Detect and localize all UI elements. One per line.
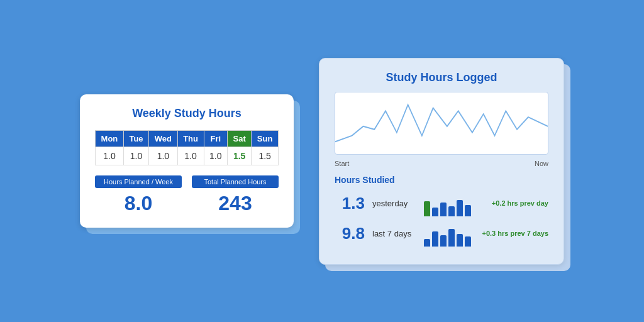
days-header-row: MonTueWedThuFriSatSun xyxy=(96,131,279,147)
day-hours-thu: 1.0 xyxy=(177,147,204,165)
stat-value-weekly: 8.0 xyxy=(95,192,182,215)
bar-chart-mini-0 xyxy=(424,191,484,216)
left-card-title: Weekly Study Hours xyxy=(95,107,279,120)
hours-row-0: 1.3yesterday+0.2 hrs prev day xyxy=(335,191,548,216)
stat-value-total: 243 xyxy=(192,192,279,215)
stat-label-total: Total Planned Hours xyxy=(192,175,279,188)
line-chart-svg xyxy=(335,92,548,154)
day-hours-tue: 1.0 xyxy=(123,147,148,165)
bar-0-2 xyxy=(440,203,447,216)
bar-chart-mini-1 xyxy=(424,221,475,247)
bar-1-0 xyxy=(424,239,430,247)
right-card-title: Study Hours Logged xyxy=(335,71,548,84)
change-label-0: +0.2 hrs prev day xyxy=(492,198,548,209)
hours-data-row: 1.01.01.01.01.01.51.5 xyxy=(96,147,279,165)
right-card: Study Hours Logged Start Now Hours Studi… xyxy=(319,58,564,265)
bar-1-1 xyxy=(432,231,438,247)
day-header-thu: Thu xyxy=(177,131,204,147)
chart-label-end: Now xyxy=(535,160,548,167)
hours-number-0: 1.3 xyxy=(335,194,365,213)
stat-box-total: Total Planned Hours 243 xyxy=(192,175,279,215)
bar-0-5 xyxy=(465,205,471,216)
stat-label-weekly: Hours Planned / Week xyxy=(95,175,182,188)
bar-1-4 xyxy=(457,234,463,247)
chart-label-start: Start xyxy=(335,160,349,167)
hours-period-1: last 7 days xyxy=(372,229,416,238)
line-chart-area xyxy=(335,92,548,155)
day-hours-sat: 1.5 xyxy=(228,147,252,165)
hours-row-1: 9.8last 7 days+0.3 hrs prev 7 days xyxy=(335,221,548,247)
day-hours-wed: 1.0 xyxy=(149,147,177,165)
stats-row: Hours Planned / Week 8.0 Total Planned H… xyxy=(95,175,279,215)
cards-container: Weekly Study Hours MonTueWedThuFriSatSun… xyxy=(67,45,577,277)
day-header-tue: Tue xyxy=(123,131,148,147)
chart-labels: Start Now xyxy=(335,160,548,167)
day-hours-sun: 1.5 xyxy=(252,147,279,165)
day-hours-mon: 1.0 xyxy=(96,147,124,165)
left-card: Weekly Study Hours MonTueWedThuFriSatSun… xyxy=(80,94,294,228)
hours-studied-label: Hours Studied xyxy=(335,175,548,185)
day-header-mon: Mon xyxy=(96,131,124,147)
day-header-fri: Fri xyxy=(204,131,227,147)
bar-1-3 xyxy=(448,229,455,247)
bar-0-4 xyxy=(457,200,463,216)
change-label-1: +0.3 hrs prev 7 days xyxy=(482,228,548,240)
bar-1-2 xyxy=(440,235,447,247)
day-hours-fri: 1.0 xyxy=(204,147,227,165)
bar-0-3 xyxy=(448,206,455,216)
right-card-wrapper: Study Hours Logged Start Now Hours Studi… xyxy=(319,58,564,265)
bar-0-1 xyxy=(432,208,438,216)
hours-number-1: 9.8 xyxy=(335,224,365,243)
weekly-table: MonTueWedThuFriSatSun 1.01.01.01.01.01.5… xyxy=(95,130,279,165)
hours-rows-container: 1.3yesterday+0.2 hrs prev day9.8last 7 d… xyxy=(335,191,548,247)
left-card-wrapper: Weekly Study Hours MonTueWedThuFriSatSun… xyxy=(80,94,294,228)
bar-1-5 xyxy=(465,236,471,247)
stat-box-weekly: Hours Planned / Week 8.0 xyxy=(95,175,182,215)
hours-period-0: yesterday xyxy=(372,199,416,208)
day-header-sun: Sun xyxy=(252,131,279,147)
day-header-sat: Sat xyxy=(228,131,252,147)
bar-0-0 xyxy=(424,201,430,216)
day-header-wed: Wed xyxy=(149,131,177,147)
